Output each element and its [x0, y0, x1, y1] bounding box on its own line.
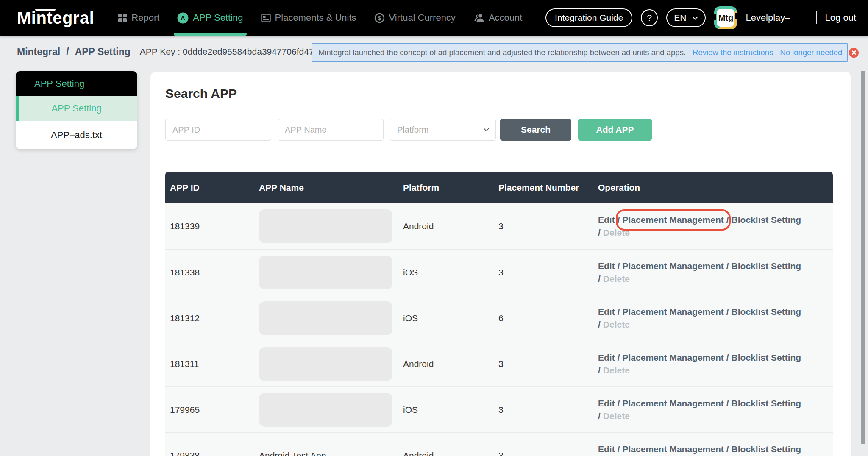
app-id-cell: 181311	[165, 359, 254, 369]
table-row: 181311 Android 3 Edit/Placement Manageme…	[165, 341, 833, 386]
help-icon[interactable]: ?	[641, 9, 658, 26]
blocklist-setting-link[interactable]: Blocklist Setting	[732, 215, 801, 225]
edit-link[interactable]: Edit	[598, 444, 615, 454]
operation-line-1: Edit/Placement Management/Blocklist Sett…	[598, 351, 833, 364]
operation-cell: Edit/Placement Management/Blocklist Sett…	[593, 214, 833, 239]
language-dropdown[interactable]: EN	[666, 8, 706, 27]
sidebar-item-app-setting[interactable]: APP Setting	[16, 96, 137, 121]
review-instructions-link[interactable]: Review the instructions	[693, 48, 773, 57]
nav-item-report[interactable]: Report	[118, 0, 159, 36]
blocklist-setting-link[interactable]: Blocklist Setting	[732, 353, 801, 362]
operation-line-1: Edit/Placement Management/Blocklist Sett…	[598, 443, 833, 456]
redacted-app-name	[259, 209, 392, 243]
edit-link[interactable]: Edit	[598, 261, 615, 271]
placement-number-cell: 3	[494, 221, 593, 231]
breadcrumb-app-setting[interactable]: APP Setting	[75, 46, 131, 58]
operation-separator: /	[618, 398, 620, 408]
platform-select[interactable]: Platform	[390, 119, 496, 141]
delete-link[interactable]: Delete	[603, 320, 630, 329]
platform-cell: iOS	[398, 267, 494, 278]
placement-management-link[interactable]: Placement Management	[623, 261, 724, 271]
platform-select-value: Platform	[397, 125, 428, 135]
nav-item-placements-units[interactable]: Placements & Units	[261, 0, 356, 36]
operation-cell: Edit/Placement Management/Blocklist Sett…	[593, 397, 833, 423]
active-nav-underline	[174, 33, 246, 36]
logout-button[interactable]: Log out	[825, 12, 856, 23]
breadcrumb: Mintegral / APP Setting APP Key : 0ddde2…	[17, 41, 356, 63]
breadcrumb-mintegral[interactable]: Mintegral	[17, 46, 60, 58]
nav-label: APP Setting	[193, 12, 243, 23]
app-id-cell: 181339	[165, 221, 254, 231]
search-toolbar: Platform Search Add APP	[165, 119, 652, 141]
placement-management-link[interactable]: Placement Management	[623, 214, 724, 226]
placements-icon	[261, 13, 271, 23]
operation-line-1: Edit/Placement Management/Blocklist Sett…	[598, 397, 833, 410]
nav-item-account[interactable]: Account	[473, 0, 523, 36]
placement-management-link[interactable]: Placement Management	[623, 307, 724, 317]
operation-separator: /	[618, 215, 620, 225]
table-body: 181339 Android 3 Edit/Placement Manageme…	[165, 203, 833, 456]
placement-number-cell: 3	[494, 267, 593, 278]
placement-management-link[interactable]: Placement Management	[623, 398, 724, 408]
app-name-input[interactable]	[278, 119, 384, 141]
edit-link[interactable]: Edit	[598, 307, 615, 317]
operation-separator: /	[726, 215, 729, 225]
header-app-name: APP Name	[254, 183, 398, 193]
blocklist-setting-link[interactable]: Blocklist Setting	[732, 261, 801, 271]
blocklist-setting-link[interactable]: Blocklist Setting	[732, 307, 801, 317]
header-placement-number: Placement Number	[494, 183, 593, 193]
app-key-text: APP Key : 0ddde2ed95584bda3947706fd47a72…	[140, 47, 338, 57]
nav-label: Report	[131, 12, 159, 23]
operation-separator: /	[726, 444, 729, 454]
delete-link[interactable]: Delete	[603, 274, 630, 284]
placement-management-link[interactable]: Placement Management	[623, 444, 724, 454]
delete-link[interactable]: Delete	[603, 228, 630, 237]
top-navbar: Mintegral Report A APP Setting	[0, 0, 868, 36]
operation-separator: /	[598, 274, 601, 284]
report-grid-icon	[118, 13, 127, 22]
app-name-cell	[254, 301, 398, 335]
blocklist-setting-link[interactable]: Blocklist Setting	[732, 444, 801, 454]
operation-separator: /	[618, 444, 620, 454]
sidebar-header: APP Setting	[16, 71, 137, 96]
language-value: EN	[674, 13, 686, 23]
operation-line-1: Edit/Placement Management/Blocklist Sett…	[598, 214, 833, 226]
operation-separator: /	[598, 411, 601, 421]
redacted-app-name	[259, 393, 392, 427]
edit-link[interactable]: Edit	[598, 215, 615, 225]
app-name-text: Android Test App	[259, 450, 326, 456]
app-id-input[interactable]	[165, 119, 271, 141]
edit-link[interactable]: Edit	[598, 398, 615, 408]
delete-link[interactable]: Delete	[603, 411, 630, 421]
app-id-cell: 181312	[165, 313, 254, 323]
platform-cell: Android	[398, 359, 494, 369]
dismiss-notice-icon[interactable]: ✕	[849, 48, 859, 58]
vertical-scrollbar[interactable]	[861, 71, 865, 444]
operation-separator: /	[618, 307, 620, 317]
avatar[interactable]: Mtg	[714, 6, 737, 29]
chevron-down-icon	[692, 16, 698, 20]
nav-item-virtual-currency[interactable]: $ Virtual Currency	[374, 0, 456, 36]
nav-divider	[816, 11, 817, 24]
sidebar-item-app-ads-txt[interactable]: APP–ads.txt	[16, 121, 137, 149]
operation-line-2: /Delete	[598, 226, 833, 239]
operation-cell: Edit/Placement Management/Blocklist Sett…	[593, 351, 833, 377]
edit-link[interactable]: Edit	[598, 353, 615, 362]
app-name-cell	[254, 209, 398, 243]
placement-management-link[interactable]: Placement Management	[623, 353, 724, 362]
header-app-id: APP ID	[165, 183, 254, 193]
add-app-button[interactable]: Add APP	[578, 119, 652, 141]
no-longer-needed-link[interactable]: No longer needed	[780, 48, 842, 57]
app-id-cell: 179965	[165, 405, 254, 415]
platform-cell: iOS	[398, 313, 494, 323]
integration-guide-button[interactable]: Integration Guide	[545, 8, 632, 27]
blocklist-setting-link[interactable]: Blocklist Setting	[732, 398, 801, 408]
placement-number-cell: 6	[494, 313, 593, 323]
delete-link[interactable]: Delete	[603, 365, 630, 375]
app-name-cell: Android Test App	[254, 450, 398, 456]
redacted-app-name	[259, 256, 392, 289]
redacted-app-name	[259, 301, 392, 335]
search-button[interactable]: Search	[500, 119, 571, 141]
mintegral-logo[interactable]: Mintegral	[17, 8, 94, 28]
nav-item-app-setting[interactable]: A APP Setting	[177, 0, 243, 36]
